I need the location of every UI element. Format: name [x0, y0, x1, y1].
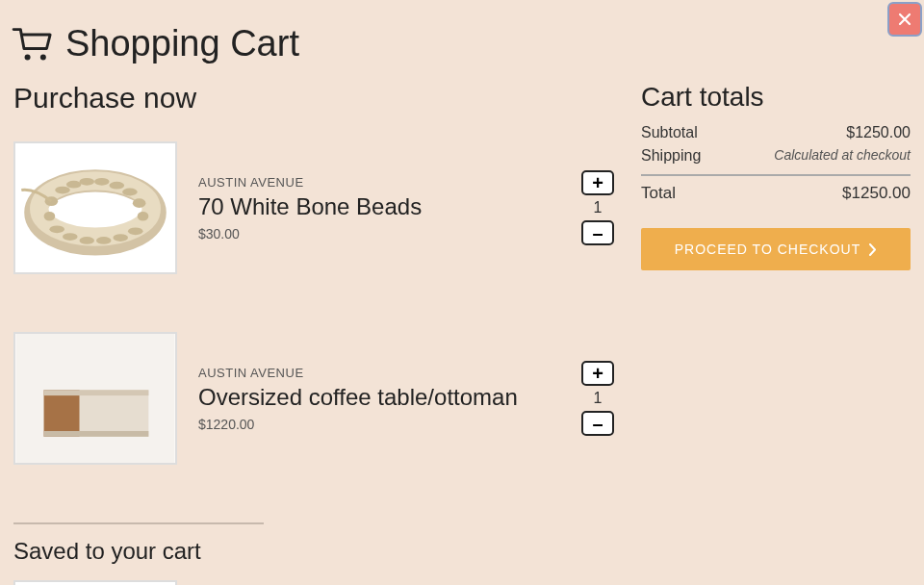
- cart-totals-section: Cart totals Subtotal $1250.00 Shipping C…: [641, 76, 911, 585]
- cart-item: AUSTIN AVENUE Oversized coffee table/ott…: [13, 332, 614, 465]
- cart-item: AUSTIN AVENUE 70 White Bone Beads $30.00…: [13, 141, 614, 274]
- product-name: 70 White Bone Beads: [198, 193, 560, 220]
- qty-value: 1: [588, 199, 607, 216]
- saved-product-image: [13, 580, 177, 585]
- product-image: [13, 141, 177, 274]
- product-image: [13, 332, 177, 465]
- checkout-button[interactable]: PROCEED TO CHECKOUT: [641, 228, 911, 270]
- qty-value: 1: [588, 390, 607, 407]
- shipping-label: Shipping: [641, 147, 701, 165]
- qty-decrease-button[interactable]: –: [581, 220, 614, 245]
- totals-title: Cart totals: [641, 82, 911, 113]
- svg-point-12: [138, 212, 149, 221]
- svg-point-14: [113, 234, 128, 242]
- svg-point-1: [40, 54, 46, 60]
- purchase-heading: Purchase now: [13, 82, 614, 114]
- checkout-label: PROCEED TO CHECKOUT: [675, 242, 861, 257]
- product-price: $1220.00: [198, 417, 560, 432]
- product-name: Oversized coffee table/ottoman: [198, 384, 560, 411]
- qty-increase-button[interactable]: +: [581, 170, 614, 195]
- svg-point-6: [66, 181, 82, 189]
- total-label: Total: [641, 184, 676, 203]
- svg-rect-25: [44, 431, 149, 437]
- svg-point-15: [96, 237, 112, 244]
- purchase-section: Purchase now: [13, 76, 614, 585]
- product-brand: AUSTIN AVENUE: [198, 175, 560, 190]
- close-button[interactable]: [887, 2, 922, 37]
- svg-point-9: [110, 182, 125, 190]
- saved-section: Saved to your cart: [13, 522, 614, 585]
- qty-increase-button[interactable]: +: [581, 361, 614, 386]
- divider: [641, 174, 911, 176]
- close-icon: [897, 12, 912, 27]
- shipping-value: Calculated at checkout: [774, 147, 911, 165]
- subtotal-label: Subtotal: [641, 124, 698, 141]
- svg-point-16: [79, 237, 94, 244]
- svg-point-11: [133, 198, 146, 208]
- svg-point-5: [55, 187, 70, 194]
- svg-point-0: [25, 54, 31, 60]
- divider: [13, 522, 264, 524]
- chevron-right-icon: [868, 243, 877, 256]
- svg-point-19: [44, 212, 56, 221]
- svg-rect-24: [44, 390, 149, 395]
- cart-icon: [12, 26, 54, 63]
- svg-point-7: [79, 178, 94, 186]
- subtotal-value: $1250.00: [846, 124, 911, 141]
- product-brand: AUSTIN AVENUE: [198, 366, 560, 380]
- qty-decrease-button[interactable]: –: [581, 411, 614, 436]
- svg-point-13: [128, 227, 143, 235]
- svg-point-8: [94, 178, 110, 186]
- total-value: $1250.00: [842, 184, 911, 203]
- svg-rect-23: [44, 390, 80, 437]
- saved-heading: Saved to your cart: [13, 538, 614, 565]
- svg-point-10: [122, 189, 138, 196]
- page-title: Shopping Cart: [65, 23, 299, 64]
- product-price: $30.00: [198, 226, 560, 242]
- svg-point-17: [63, 233, 78, 241]
- svg-point-18: [49, 225, 64, 233]
